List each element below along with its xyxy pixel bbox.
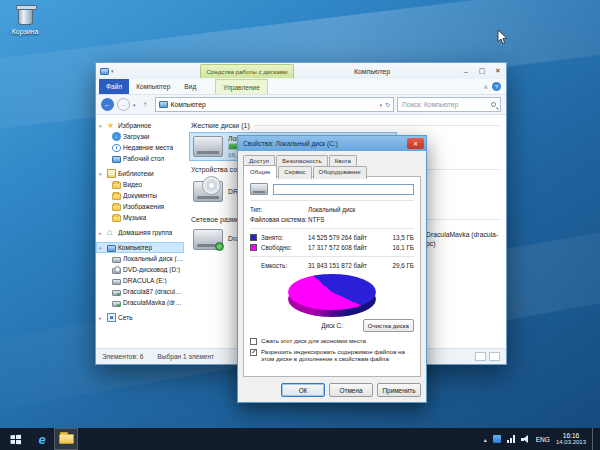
navigation-bar: ← → ▾ ↑ Компьютер ▾ ↻ Поиск: Компьютер [96,95,506,115]
network-status-icon[interactable] [507,435,515,443]
sidebar-item-label: DraculaMavka (dracula-pc) [123,299,184,306]
tab-computer[interactable]: Компьютер [129,79,177,94]
back-button[interactable]: ← [101,98,114,111]
tab-security[interactable]: Безопасность [276,155,327,166]
forward-button[interactable]: → [117,98,130,111]
taskbar-clock[interactable]: 16:16 14.03.2013 [556,432,586,446]
clock-time: 16:16 [556,432,586,440]
sidebar-item-homegroup[interactable]: ▸ Домашняя группа [96,227,184,238]
cancel-button[interactable]: Отмена [329,383,373,397]
tray-app-icon[interactable] [493,435,501,443]
disk-cleanup-button[interactable]: Очистка диска [363,319,414,332]
section-header-label: Жесткие диски (1) [191,122,250,129]
sidebar-item-dvd-drive-d[interactable]: DVD-дисковод (D:) [96,264,184,275]
taskbar-ie-button[interactable]: e [30,428,54,450]
mouse-cursor [497,30,508,49]
qat-dropdown-icon[interactable]: ▾ [111,68,114,74]
dvd-drive-icon [193,181,223,202]
close-button[interactable]: ✕ [490,65,506,78]
sidebar-item-local-disk-c[interactable]: Локальный диск (C:) [96,253,184,264]
maximize-button[interactable]: ▢ [474,65,490,78]
index-checkbox-row[interactable]: Разрешить индексировать содержимое файло… [250,348,414,363]
title-bar[interactable]: ▾ Средства работы с дисками Компьютер – … [96,63,506,79]
minimize-button[interactable]: – [458,65,474,78]
refresh-icon[interactable]: ↻ [385,101,390,108]
index-checkbox[interactable] [250,349,257,356]
recycle-bin-icon[interactable] [18,8,33,25]
tab-general[interactable]: Общие [243,165,277,178]
ok-button[interactable]: ОК [281,383,325,397]
sidebar-item-label: Избранное [118,122,151,129]
sidebar-item-label: Музыка [123,214,146,221]
tray-expand-icon[interactable]: ▴ [484,436,487,443]
network-icon [107,313,116,322]
sidebar-item-draculamavka[interactable]: DraculaMavka (dracula-pc) [96,297,184,308]
clock-date: 14.03.2013 [556,439,586,446]
details-view-button[interactable] [475,352,486,361]
ribbon-collapse-icon[interactable]: ∧ [484,83,488,90]
start-button[interactable] [0,428,30,450]
apply-button[interactable]: Применить [377,383,421,397]
address-dropdown-icon[interactable]: ▾ [379,102,382,108]
dvd-drive-icon [112,268,121,274]
window-title: Компьютер [322,68,422,75]
filesystem-label: Файловая система: [250,216,308,223]
folder-icon [59,434,74,444]
system-tray: ▴ ENG 16:16 14.03.2013 [484,428,600,450]
thumbnails-view-button[interactable] [489,352,500,361]
expander-icon[interactable]: ▾ [99,245,105,251]
sidebar-item-music[interactable]: Музыка [96,212,184,223]
folder-icon [112,182,121,189]
show-desktop-button[interactable] [592,428,596,450]
expander-icon[interactable]: ▸ [99,315,105,321]
network-drive-icon [193,229,223,250]
expander-icon[interactable]: ▾ [99,171,105,177]
sidebar-item-computer[interactable]: ▾ Компьютер [96,242,184,253]
items-count: Элементов: 6 [102,353,143,360]
sidebar-item-downloads[interactable]: Загрузки [96,131,184,142]
history-dropdown-icon[interactable]: ▾ [133,102,136,108]
compress-checkbox[interactable] [250,338,257,345]
sidebar-item-network[interactable]: ▸ Сеть [96,312,184,323]
tab-file[interactable]: Файл [99,79,129,94]
sidebar-item-dracula87[interactable]: Dracula87 (dracula-pc) [96,286,184,297]
expander-icon[interactable]: ▾ [99,123,105,129]
sidebar-item-libraries[interactable]: ▾ Библиотеки [96,168,184,179]
language-indicator[interactable]: ENG [536,436,550,443]
sidebar-item-label: Видео [123,181,142,188]
sidebar-item-label: Библиотеки [118,170,154,177]
search-input[interactable]: Поиск: Компьютер [397,97,501,112]
expander-icon[interactable]: ▸ [99,230,105,236]
free-bytes: 17 317 572 608 байт [308,244,382,251]
tab-tools[interactable]: Сервис [278,166,311,179]
sidebar-item-recent-places[interactable]: Недавние места [96,142,184,153]
tab-manage[interactable]: Управление [215,79,268,94]
sidebar-item-desktop[interactable]: Рабочий стол [96,153,184,164]
sidebar-item-label: Компьютер [118,244,152,251]
help-icon[interactable]: ? [492,82,501,91]
compress-checkbox-row[interactable]: Сжать этот диск для экономии места [250,337,414,345]
up-button[interactable]: ↑ [139,98,152,111]
sidebar-item-label: Недавние места [123,144,173,151]
taskbar-explorer-button[interactable] [54,428,78,450]
recycle-bin[interactable]: Корзина [6,8,44,35]
tab-view[interactable]: Вид [177,79,203,94]
address-bar[interactable]: Компьютер ▾ ↻ [155,97,394,112]
sidebar-item-pictures[interactable]: Изображения [96,201,184,212]
sidebar-item-videos[interactable]: Видео [96,179,184,190]
sidebar-item-documents[interactable]: Документы [96,190,184,201]
contextual-tab-header[interactable]: Средства работы с дисками [200,64,294,78]
volume-icon[interactable] [521,435,530,443]
general-tab-panel: Тип: Локальный диск Файловая система: NT… [243,176,421,377]
dialog-close-button[interactable]: ✕ [407,138,424,149]
sidebar-item-favorites[interactable]: ▾ Избранное [96,120,184,131]
sidebar-item-dracula-e[interactable]: DRACULA (E:) [96,275,184,286]
type-label: Тип: [250,206,308,213]
computer-icon [159,101,168,108]
search-icon [491,102,496,107]
disk-usage-pie [288,274,376,310]
tab-quota[interactable]: Квота [329,155,357,166]
volume-label-input[interactable] [273,184,414,195]
dialog-title-bar[interactable]: Свойства: Локальный диск (C:) ✕ [238,136,426,151]
tab-hardware[interactable]: Оборудование [313,166,367,179]
